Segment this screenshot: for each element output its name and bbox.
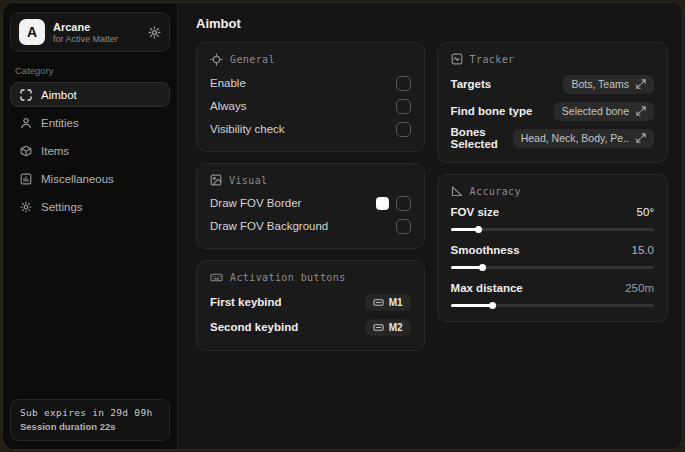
key-icon bbox=[373, 322, 384, 333]
always-checkbox[interactable] bbox=[396, 99, 411, 114]
bones-selected-dropdown[interactable]: Head, Neck, Body, Pe.. bbox=[513, 129, 654, 148]
second-keybind-button[interactable]: M2 bbox=[365, 319, 411, 336]
sidebar-item-entities[interactable]: Entities bbox=[10, 110, 170, 135]
keybind-row: First keybind M1 bbox=[210, 290, 411, 314]
setting-row: Always bbox=[210, 95, 411, 117]
setting-label: Draw FOV Background bbox=[210, 220, 328, 232]
setting-label: Visibility check bbox=[210, 123, 285, 135]
slider-thumb[interactable] bbox=[489, 302, 496, 309]
sidebar-item-label: Settings bbox=[41, 201, 83, 213]
tracker-card: Tracker Targets Bots, Teams bbox=[437, 42, 668, 163]
gear-icon bbox=[20, 201, 32, 213]
setting-label: Draw FOV Border bbox=[210, 197, 301, 209]
dropdown-value: Selected bone bbox=[562, 105, 629, 117]
visual-card: Visual Draw FOV Border Draw FOV Backgrou… bbox=[196, 163, 425, 249]
setting-label: Find bone type bbox=[451, 105, 533, 117]
dropdown-value: Bots, Teams bbox=[571, 78, 629, 90]
card-title: Activation buttons bbox=[230, 272, 346, 283]
category-nav: Aimbot Entities Items bbox=[10, 82, 170, 219]
sidebar-item-label: Items bbox=[41, 145, 69, 157]
cube-icon bbox=[20, 145, 32, 157]
card-title: General bbox=[230, 54, 275, 65]
slider-value: 50° bbox=[637, 206, 654, 218]
page-title: Aimbot bbox=[196, 16, 668, 31]
keyboard-icon bbox=[210, 271, 223, 284]
image-icon bbox=[210, 174, 222, 186]
smoothness-slider[interactable] bbox=[451, 262, 654, 272]
keybind-row: Second keybind M2 bbox=[210, 315, 411, 339]
slider-thumb[interactable] bbox=[475, 226, 482, 233]
session-duration-text: Session duration 22s bbox=[20, 421, 160, 432]
enable-checkbox[interactable] bbox=[396, 76, 411, 91]
general-card: General Enable Always Visibility check bbox=[196, 42, 425, 152]
card-title: Accuracy bbox=[470, 186, 521, 197]
accuracy-card: Accuracy FOV size 50° bbox=[437, 174, 668, 322]
gear-icon[interactable] bbox=[148, 26, 161, 39]
slider-label: Smoothness bbox=[451, 244, 520, 256]
slider-thumb[interactable] bbox=[479, 264, 486, 271]
visibility-check-checkbox[interactable] bbox=[396, 122, 411, 137]
slider-label: Max distance bbox=[451, 282, 523, 294]
crosshair-frame-icon bbox=[20, 89, 32, 101]
setting-label: Targets bbox=[451, 78, 492, 90]
brand-card: A Arcane for Active Matter bbox=[10, 12, 170, 52]
fov-size-setting: FOV size 50° bbox=[451, 203, 654, 234]
setting-row: Visibility check bbox=[210, 118, 411, 140]
app-name: Arcane bbox=[53, 21, 118, 33]
setting-row: Bones Selected Head, Neck, Body, Pe.. bbox=[451, 125, 654, 151]
slider-value: 250m bbox=[625, 282, 654, 294]
setting-row: Enable bbox=[210, 72, 411, 94]
subscription-card: Sub expires in 29d 09h Session duration … bbox=[10, 399, 170, 441]
keybind-value: M2 bbox=[389, 322, 403, 333]
keybind-value: M1 bbox=[389, 297, 403, 308]
fov-border-color-swatch[interactable] bbox=[376, 197, 389, 210]
app-subtitle: for Active Matter bbox=[53, 34, 118, 44]
draw-fov-border-checkbox[interactable] bbox=[396, 196, 411, 211]
sidebar-item-aimbot[interactable]: Aimbot bbox=[10, 82, 170, 107]
person-icon bbox=[20, 117, 32, 129]
targets-dropdown[interactable]: Bots, Teams bbox=[563, 75, 654, 94]
setting-label: Always bbox=[210, 100, 246, 112]
setting-row: Targets Bots, Teams bbox=[451, 71, 654, 97]
setting-row: Find bone type Selected bone bbox=[451, 98, 654, 124]
keybind-label: Second keybind bbox=[210, 321, 298, 333]
setting-row: Draw FOV Border bbox=[210, 192, 411, 214]
setting-row: Draw FOV Background bbox=[210, 215, 411, 237]
setting-label: Enable bbox=[210, 77, 246, 89]
sidebar-item-items[interactable]: Items bbox=[10, 138, 170, 163]
activity-icon bbox=[451, 53, 463, 65]
key-icon bbox=[373, 297, 384, 308]
activation-buttons-card: Activation buttons First keybind M1 bbox=[196, 260, 425, 351]
app-logo: A bbox=[19, 19, 45, 45]
main-content: Aimbot General Enable bbox=[178, 3, 682, 449]
sidebar-item-miscellaneous[interactable]: Miscellaneous bbox=[10, 166, 170, 191]
sidebar-item-settings[interactable]: Settings bbox=[10, 194, 170, 219]
sidebar-item-label: Aimbot bbox=[41, 89, 77, 101]
slider-label: FOV size bbox=[451, 206, 500, 218]
keybind-label: First keybind bbox=[210, 296, 282, 308]
draw-fov-background-checkbox[interactable] bbox=[396, 219, 411, 234]
expand-icon bbox=[636, 133, 646, 143]
slider-value: 15.0 bbox=[632, 244, 654, 256]
brand-text: Arcane for Active Matter bbox=[53, 21, 118, 44]
find-bone-type-dropdown[interactable]: Selected bone bbox=[554, 102, 654, 121]
max-distance-slider[interactable] bbox=[451, 300, 654, 310]
category-label: Category bbox=[15, 65, 165, 76]
dropdown-value: Head, Neck, Body, Pe.. bbox=[521, 132, 629, 144]
card-title: Visual bbox=[229, 175, 268, 186]
max-distance-setting: Max distance 250m bbox=[451, 279, 654, 310]
expand-icon bbox=[636, 106, 646, 116]
sub-expiry-text: Sub expires in 29d 09h bbox=[20, 407, 160, 418]
setting-label: Bones Selected bbox=[451, 126, 513, 150]
card-title: Tracker bbox=[470, 54, 515, 65]
fov-size-slider[interactable] bbox=[451, 224, 654, 234]
crosshair-icon bbox=[210, 53, 223, 66]
angle-icon bbox=[451, 185, 463, 197]
panel-chart-icon bbox=[20, 173, 32, 185]
sidebar-item-label: Miscellaneous bbox=[41, 173, 114, 185]
sidebar-item-label: Entities bbox=[41, 117, 79, 129]
expand-icon bbox=[636, 79, 646, 89]
sidebar: A Arcane for Active Matter Category bbox=[3, 3, 178, 449]
first-keybind-button[interactable]: M1 bbox=[365, 294, 411, 311]
smoothness-setting: Smoothness 15.0 bbox=[451, 241, 654, 272]
